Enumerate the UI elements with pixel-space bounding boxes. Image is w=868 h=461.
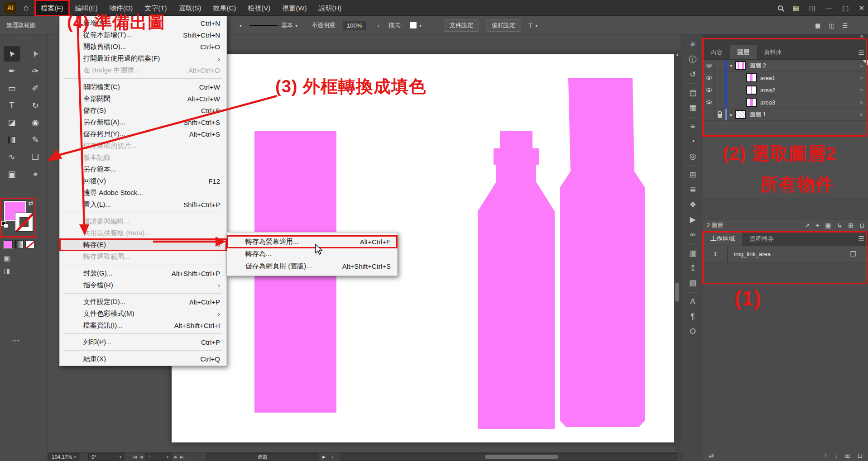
selection-tool[interactable]: ➤ — [4, 46, 20, 62]
scroll-left-icon[interactable]: ‹ — [332, 453, 334, 461]
info-panel-icon[interactable]: ⓘ — [682, 52, 704, 67]
zoom-level-field[interactable]: 104.17%▾ — [48, 453, 79, 461]
layer-name[interactable]: area3 — [760, 99, 854, 106]
clipping-mask-icon[interactable]: ▣ — [825, 222, 831, 229]
zoom-tool[interactable]: ⌖ — [27, 166, 43, 182]
artboard-menu-icon[interactable]: ☰ — [858, 235, 864, 243]
opentype-panel-icon[interactable]: O — [682, 324, 704, 339]
artboard-number-field[interactable]: 1▾ — [145, 453, 172, 461]
artboard-tool[interactable]: ▣ — [4, 166, 20, 182]
file-menu-item-9[interactable]: 儲存拷貝(Y)...Alt+Ctrl+S — [60, 128, 226, 140]
stroke-color-swatch[interactable] — [15, 213, 33, 232]
vertical-scroll-thumb[interactable] — [675, 283, 679, 302]
control-menu-icon[interactable]: ☰ — [843, 22, 848, 29]
file-menu-item-6[interactable]: 全部關閉Alt+Ctrl+W — [60, 93, 226, 105]
layer-row[interactable]: area2○ — [703, 84, 868, 96]
layer-target-icon[interactable]: ○ — [854, 111, 868, 118]
delete-layer-icon[interactable]: ⊔ — [859, 222, 864, 229]
style-swatch-dropdown[interactable]: ▾ — [410, 16, 422, 34]
transparency-panel-icon[interactable]: ◔ — [682, 134, 704, 149]
stroke-style-dropdown[interactable]: 基本▾ — [249, 16, 297, 34]
file-menu-item-22[interactable]: 文件設定(D)...Alt+Ctrl+P — [60, 296, 226, 308]
scroll-up-icon[interactable]: ▴ — [675, 52, 680, 57]
file-menu-item-21[interactable]: 指令檔(R)› — [60, 279, 226, 291]
shaper-tool[interactable]: ◉ — [27, 115, 43, 130]
swap-fill-stroke-icon[interactable]: ⇄ — [28, 200, 34, 207]
file-menu-item-18[interactable]: 轉存(E)› — [60, 239, 226, 251]
move-up-icon[interactable]: ↑ — [824, 452, 827, 459]
horizontal-scroll-thumb[interactable] — [485, 455, 558, 459]
workspace-icon[interactable]: ⊤▾ — [528, 16, 537, 34]
color-button[interactable] — [4, 240, 13, 248]
visibility-toggle[interactable] — [703, 72, 715, 84]
curvature-tool[interactable]: ✑ — [27, 63, 43, 79]
color-guide-panel-icon[interactable]: ▦ — [682, 100, 704, 115]
first-artboard-icon[interactable]: |◀ — [133, 455, 137, 459]
appearance-panel-icon[interactable]: ◎ — [682, 149, 704, 164]
locate-object-icon[interactable]: ⌖ — [815, 222, 819, 229]
new-layer-icon[interactable]: ⊞ — [848, 222, 854, 229]
grid-icon[interactable]: ▦ — [815, 22, 820, 29]
workspace-grid-icon[interactable]: ▦ — [793, 4, 799, 12]
layer-row[interactable]: area3○ — [703, 96, 868, 109]
artboard-tab-0[interactable]: 工作區域 — [703, 232, 742, 246]
visibility-toggle[interactable] — [703, 60, 715, 71]
minimize-icon[interactable]: — — [825, 4, 832, 12]
menubar-item-file[interactable]: 檔案(F) — [35, 0, 69, 16]
document-setup-button[interactable]: 文件設定 — [444, 19, 479, 32]
horizontal-scrollbar[interactable] — [340, 453, 677, 461]
layer-name[interactable]: area2 — [760, 87, 854, 94]
menubar-item-7[interactable]: 視窗(W) — [276, 0, 312, 16]
menubar-item-4[interactable]: 選取(S) — [173, 0, 207, 16]
new-artboard-icon[interactable]: ⊞ — [845, 452, 850, 459]
restore-window-icon[interactable]: ▢ — [842, 4, 849, 12]
export-submenu-item-1[interactable]: 轉存為... — [227, 248, 397, 260]
layers-tab-2[interactable]: 資料庫 — [757, 45, 790, 59]
layer-target-icon[interactable]: ○ — [854, 75, 868, 81]
file-menu-item-25[interactable]: 列印(P)...Ctrl+P — [60, 336, 226, 348]
status-play-icon[interactable]: ▶ — [322, 453, 326, 461]
default-fill-stroke-icon[interactable] — [1, 221, 9, 228]
shape-area3[interactable] — [560, 78, 645, 427]
layer-name[interactable]: area1 — [760, 75, 854, 81]
lock-toggle[interactable] — [715, 96, 725, 108]
flatten-icon[interactable]: ↗ — [805, 222, 810, 229]
character-panel-icon[interactable]: A — [682, 294, 704, 309]
layer-expand-icon[interactable]: ▸ — [727, 112, 735, 118]
artboard-row[interactable]: 1img_link_area❐ — [703, 246, 868, 262]
file-menu-item-23[interactable]: 文件色彩模式(M)› — [60, 308, 226, 319]
visibility-toggle[interactable] — [703, 96, 715, 108]
paragraph-panel-icon[interactable]: ¶ — [682, 309, 704, 324]
file-menu-item-12[interactable]: 另存範本... — [60, 163, 226, 175]
color-dropdown-chevron[interactable]: ▾ — [237, 16, 242, 34]
visibility-toggle[interactable] — [703, 84, 715, 96]
direct-selection-tool[interactable]: ➤ — [27, 46, 43, 62]
gradient-panel-icon[interactable]: ▧ — [682, 276, 704, 290]
history-panel-icon[interactable]: ↺ — [682, 67, 704, 82]
draw-behind-icon[interactable]: ◨ — [4, 267, 10, 275]
file-menu-item-26[interactable]: 結束(X)Ctrl+Q — [60, 353, 226, 365]
eyedropper-tool[interactable]: ✎ — [27, 132, 43, 147]
layer-name[interactable]: 圖層 1 — [749, 110, 854, 119]
artboard-page-icon[interactable]: ❐ — [850, 250, 868, 258]
layer-row[interactable]: area1○ — [703, 72, 868, 84]
file-menu-item-15[interactable]: 置入(L)...Shift+Ctrl+P — [60, 199, 226, 210]
gradient-button[interactable] — [14, 240, 24, 248]
rearrange-artboards-icon[interactable]: ⇄ — [709, 452, 714, 459]
menubar-item-5[interactable]: 效果(C) — [207, 0, 242, 16]
layers-tab-1[interactable]: 圖層 — [730, 45, 757, 59]
color-panel-icon[interactable]: ▤ — [682, 86, 704, 100]
arrange-documents-icon[interactable]: ◫ — [809, 4, 815, 12]
width-tool[interactable]: ∿ — [4, 149, 20, 165]
shape-builder-tool[interactable]: ❏ — [27, 149, 43, 165]
file-menu-item-5[interactable]: 關閉檔案(C)Ctrl+W — [60, 81, 226, 93]
artboard-tab-1[interactable]: 資產轉存 — [742, 232, 781, 246]
layers-menu-icon[interactable]: ☰ — [858, 48, 864, 57]
last-artboard-icon[interactable]: ▶| — [180, 455, 184, 459]
opacity-panel-arrow[interactable]: › — [378, 16, 379, 34]
rectangle-tool[interactable]: ▭ — [4, 81, 20, 96]
file-menu-item-20[interactable]: 封裝(G)...Alt+Shift+Ctrl+P — [60, 267, 226, 279]
toolbar-grip[interactable]: '''''''' — [0, 34, 47, 42]
file-menu-item-24[interactable]: 檔案資訊(I)...Alt+Shift+Ctrl+I — [60, 319, 226, 331]
artboards-panel-icon[interactable]: ▥ — [682, 246, 704, 261]
